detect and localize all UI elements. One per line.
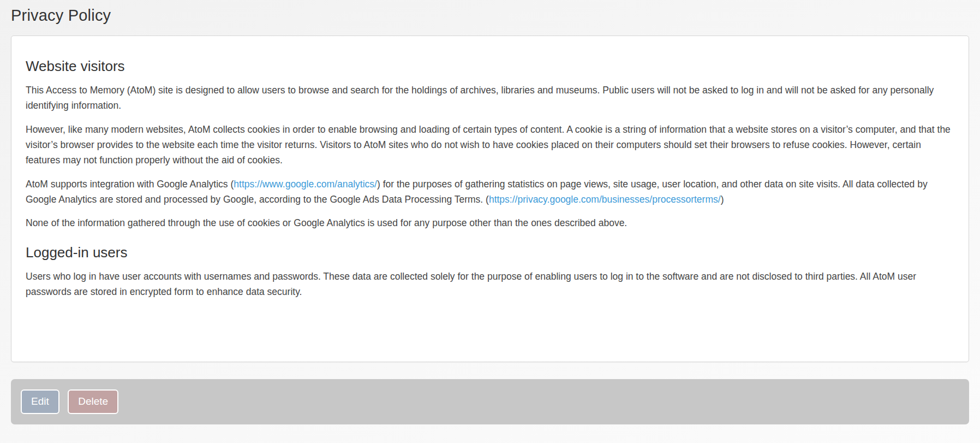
edit-button[interactable]: Edit — [21, 389, 59, 414]
delete-button[interactable]: Delete — [68, 389, 118, 414]
paragraph: None of the information gathered through… — [26, 215, 954, 231]
policy-sections: Website visitorsThis Access to Memory (A… — [26, 58, 954, 299]
paragraph: This Access to Memory (AtoM) site is des… — [26, 82, 954, 114]
actions-bar: Edit Delete — [11, 379, 969, 424]
page-title: Privacy Policy — [11, 7, 969, 25]
paragraph-text: ) — [721, 194, 724, 205]
inline-link[interactable]: https://www.google.com/analytics/ — [234, 179, 377, 190]
paragraph: AtoM supports integration with Google An… — [26, 176, 954, 208]
privacy-policy-content: Website visitorsThis Access to Memory (A… — [11, 36, 969, 362]
section-heading: Logged-in users — [26, 244, 954, 261]
privacy-policy-page: Privacy Policy Website visitorsThis Acce… — [0, 0, 980, 435]
paragraph-text: None of the information gathered through… — [26, 217, 627, 228]
paragraph: Users who log in have user accounts with… — [26, 269, 954, 300]
section-heading: Website visitors — [26, 58, 954, 75]
paragraph-text: This Access to Memory (AtoM) site is des… — [26, 85, 934, 111]
inline-link[interactable]: https://privacy.google.com/businesses/pr… — [489, 194, 721, 205]
paragraph: However, like many modern websites, AtoM… — [26, 122, 954, 168]
paragraph-text: Users who log in have user accounts with… — [26, 271, 916, 297]
paragraph-text: However, like many modern websites, AtoM… — [26, 124, 951, 166]
paragraph-text: AtoM supports integration with Google An… — [26, 179, 234, 190]
